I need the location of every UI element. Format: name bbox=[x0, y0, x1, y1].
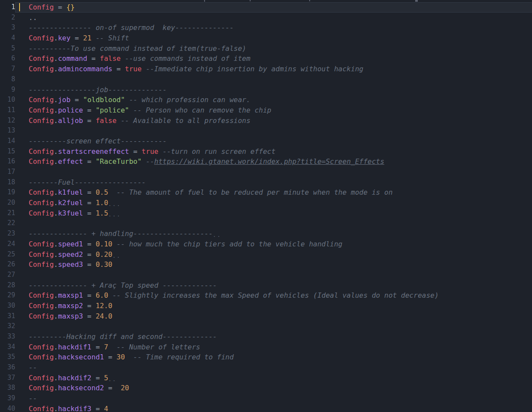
line-number[interactable]: 24 bbox=[0, 239, 15, 249]
code-line[interactable]: 40Config.hackdif3 = 4 bbox=[0, 404, 532, 412]
code-line[interactable]: 15Config.startscreeneffect = true --turn… bbox=[0, 146, 532, 157]
code-line[interactable]: 10Config.job = "oldblood" -- which profe… bbox=[0, 95, 532, 105]
line-number[interactable]: 15 bbox=[0, 146, 15, 157]
code-line[interactable]: 35Config.hacksecond1 = 30 -- Time requir… bbox=[0, 352, 532, 362]
line-number[interactable]: 21 bbox=[0, 208, 15, 219]
line-number[interactable]: 25 bbox=[0, 249, 15, 260]
line-number[interactable]: 12 bbox=[0, 116, 15, 126]
code-line[interactable]: 18-------Fuel----------------- bbox=[0, 177, 532, 188]
line-number[interactable]: 6 bbox=[0, 53, 15, 64]
line-number[interactable]: 4 bbox=[0, 33, 15, 43]
code-line[interactable]: 2.. bbox=[0, 13, 532, 23]
line-number[interactable]: 38 bbox=[0, 383, 15, 393]
code-line[interactable]: 25Config.speed2 = 0.20·· bbox=[0, 249, 532, 260]
code-line[interactable]: 39-- bbox=[0, 393, 532, 404]
code-line[interactable]: 16Config.effect = "RaceTurbo" --https://… bbox=[0, 156, 532, 167]
code-line[interactable]: 38Config.hacksecond2 = 20 bbox=[0, 383, 532, 393]
code-line[interactable]: 8 bbox=[0, 74, 532, 85]
line-number[interactable]: 35 bbox=[0, 352, 15, 362]
line-number[interactable]: 17 bbox=[0, 167, 15, 177]
line-number[interactable]: 8 bbox=[0, 74, 15, 85]
code-token: speed2 bbox=[58, 250, 83, 259]
line-number[interactable]: 13 bbox=[0, 126, 15, 136]
line-number[interactable]: 5 bbox=[0, 43, 15, 54]
code-token: --Immediate chip insertion by admins wit… bbox=[142, 65, 363, 73]
line-number[interactable]: 37 bbox=[0, 373, 15, 383]
code-line[interactable]: 14---------screen effect----------- bbox=[0, 136, 532, 146]
code-line[interactable]: 5----------To use command instead of ite… bbox=[0, 43, 532, 54]
line-number[interactable]: 22 bbox=[0, 218, 15, 229]
line-number[interactable]: 36 bbox=[0, 362, 15, 373]
code-token: --use commands instead of item bbox=[121, 54, 251, 63]
code-line[interactable]: 4Config.key = 21 -- Shift bbox=[0, 33, 532, 43]
code-line[interactable]: 12Config.alljob = false -- Available to … bbox=[0, 116, 532, 126]
code-line[interactable]: 17 bbox=[0, 167, 532, 177]
code-line[interactable]: 27 bbox=[0, 270, 532, 280]
code-token: true bbox=[125, 65, 142, 73]
code-line[interactable]: 34Config.hackdif1 = 7 -- Number of lette… bbox=[0, 342, 532, 352]
line-number[interactable]: 9 bbox=[0, 85, 15, 95]
code-token: 24.0 bbox=[96, 312, 112, 320]
line-number[interactable]: 11 bbox=[0, 105, 15, 116]
line-number[interactable]: 7 bbox=[0, 64, 15, 74]
code-line[interactable]: 13 bbox=[0, 126, 532, 136]
code-token: = bbox=[83, 106, 96, 114]
code-token: --turn on run screen effect bbox=[159, 147, 276, 156]
code-token: = bbox=[54, 3, 66, 11]
code-line[interactable]: 11Config.police = "police" -- Person who… bbox=[0, 105, 532, 116]
code-text: Config.k2fuel = 1.0··· bbox=[15, 198, 532, 208]
line-number[interactable]: 1 bbox=[0, 2, 15, 13]
line-number[interactable]: 28 bbox=[0, 280, 15, 291]
line-number[interactable]: 18 bbox=[0, 177, 15, 188]
line-number[interactable]: 30 bbox=[0, 301, 15, 311]
line-number[interactable]: 10 bbox=[0, 95, 15, 105]
line-number[interactable]: 16 bbox=[0, 156, 15, 167]
code-text: Config.command = false --use commands in… bbox=[15, 53, 532, 64]
line-number[interactable]: 2 bbox=[0, 13, 15, 23]
code-line[interactable]: 36-- bbox=[0, 362, 532, 373]
code-line[interactable]: 23-------------- + handling-------------… bbox=[0, 229, 532, 239]
code-line[interactable]: 28-------------- + Araç Top speed ------… bbox=[0, 280, 532, 291]
line-number[interactable]: 39 bbox=[0, 393, 15, 404]
code-token: 0.20 bbox=[96, 250, 112, 259]
code-token: Config bbox=[29, 147, 54, 156]
line-number[interactable]: 27 bbox=[0, 270, 15, 280]
code-line[interactable]: 3--------------- on-of supermod key-----… bbox=[0, 23, 532, 33]
code-line[interactable]: 21Config.k3fuel = 1.5··· bbox=[0, 208, 532, 219]
code-line[interactable]: 29Config.maxsp1 = 6.0 -- Slightly increa… bbox=[0, 290, 532, 301]
line-number[interactable]: 33 bbox=[0, 332, 15, 342]
line-number[interactable]: 19 bbox=[0, 187, 15, 198]
code-line[interactable]: 31Config.maxsp3 = 24.0 bbox=[0, 311, 532, 322]
code-line[interactable]: 22 bbox=[0, 218, 532, 229]
code-token: = bbox=[104, 384, 121, 392]
line-number[interactable]: 23 bbox=[0, 229, 15, 239]
line-number[interactable]: 31 bbox=[0, 311, 15, 322]
line-number[interactable]: 14 bbox=[0, 136, 15, 146]
code-line[interactable]: 1Config = {} bbox=[0, 2, 532, 13]
code-line[interactable]: 9----------------job-------------- bbox=[0, 85, 532, 95]
code-line[interactable]: 37Config.hackdif2 = 5·· bbox=[0, 373, 532, 383]
line-number[interactable]: 40 bbox=[0, 404, 15, 412]
code-line[interactable]: 6Config.command = false --use commands i… bbox=[0, 53, 532, 64]
line-number[interactable]: 29 bbox=[0, 290, 15, 301]
line-number[interactable]: 26 bbox=[0, 259, 15, 270]
line-number[interactable]: 32 bbox=[0, 321, 15, 332]
code-token: 0.30 bbox=[96, 260, 112, 269]
code-text: Config.speed2 = 0.20·· bbox=[15, 249, 532, 260]
code-line[interactable]: 32 bbox=[0, 321, 532, 332]
line-number[interactable]: 20 bbox=[0, 198, 15, 208]
code-line[interactable]: 26Config.speed3 = 0.30 bbox=[0, 259, 532, 270]
code-line[interactable]: 33---------Hacking diff and second------… bbox=[0, 332, 532, 342]
code-line[interactable]: 30Config.maxsp2 = 12.0 bbox=[0, 301, 532, 311]
code-token: = bbox=[87, 54, 100, 63]
code-line[interactable]: 7Config.admincommands = true --Immediate… bbox=[0, 64, 532, 74]
code-token: 1.5 bbox=[96, 209, 108, 217]
code-text: Config.alljob = false -- Available to al… bbox=[15, 116, 532, 126]
code-line[interactable]: 24Config.speed1 = 0.10 -- how much the c… bbox=[0, 239, 532, 249]
code-token: ----------To use command instead of item… bbox=[29, 44, 246, 53]
line-number[interactable]: 3 bbox=[0, 23, 15, 33]
line-number[interactable]: 34 bbox=[0, 342, 15, 352]
code-token: = bbox=[92, 374, 104, 382]
code-line[interactable]: 20Config.k2fuel = 1.0··· bbox=[0, 198, 532, 208]
code-line[interactable]: 19Config.k1fuel = 0.5 -- The amount of f… bbox=[0, 187, 532, 198]
